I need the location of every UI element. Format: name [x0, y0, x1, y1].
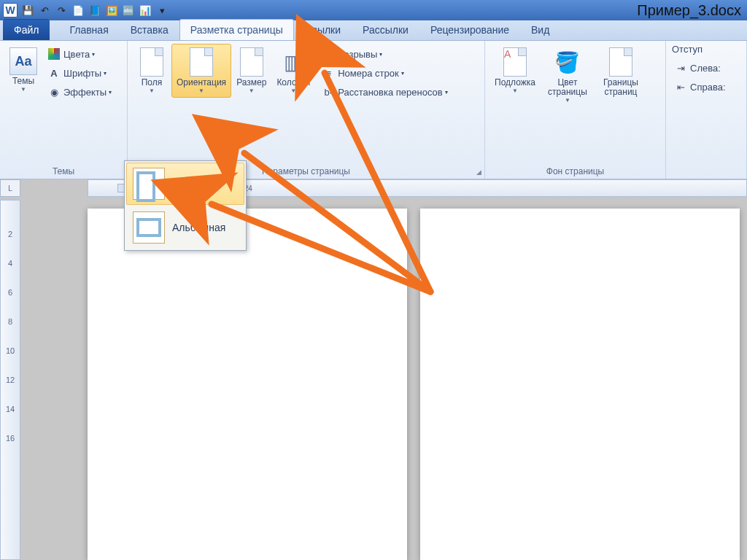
page-setup-dialog-launcher-icon[interactable]: ◢: [476, 168, 481, 176]
qat-icon-1[interactable]: 📄: [71, 3, 85, 18]
effects-icon: ◉: [47, 85, 61, 98]
orientation-button[interactable]: Ориентация ▼: [171, 44, 231, 98]
line-numbers-label: Номера строк: [338, 68, 398, 79]
group-themes: Aa Темы ▼ Цвета ▾ A Шрифты ▾ ◉ Эффекты: [0, 41, 128, 179]
save-icon[interactable]: 💾: [20, 3, 35, 18]
themes-button[interactable]: Aa Темы ▼: [4, 44, 42, 96]
tab-references[interactable]: Ссылки: [294, 19, 352, 40]
ruler-tick: 16: [6, 434, 15, 443]
tab-page-layout[interactable]: Разметка страницы: [179, 19, 294, 40]
ruler-tick: 14: [6, 405, 15, 413]
theme-fonts-label: Шрифты: [63, 68, 101, 79]
indent-right-button[interactable]: ⇤ Справа:: [670, 78, 729, 96]
chevron-down-icon: ▾: [379, 51, 382, 58]
theme-fonts-button[interactable]: A Шрифты ▾: [44, 64, 115, 82]
chevron-down-icon: ▼: [198, 88, 204, 94]
redo-icon[interactable]: ↷: [54, 3, 69, 18]
indent-right-icon: ⇤: [674, 80, 687, 93]
title-bar: W 💾 ↶ ↷ 📄 📘 🖼️ 🔤 📊 ▾ Пример_3.docx: [0, 0, 747, 20]
line-numbers-button[interactable]: ≡ Номера строк ▾: [318, 64, 452, 82]
portrait-icon: [133, 168, 165, 200]
vertical-ruler[interactable]: 2 4 6 8 10 12 14 16: [0, 200, 20, 560]
quick-access-toolbar: 💾 ↶ ↷ 📄 📘 🖼️ 🔤 📊 ▾: [20, 3, 169, 18]
ribbon: Aa Темы ▼ Цвета ▾ A Шрифты ▾ ◉ Эффекты: [0, 41, 747, 179]
breaks-icon: ⤶: [322, 47, 335, 61]
watermark-icon: A: [500, 47, 530, 77]
tab-insert[interactable]: Вставка: [120, 19, 179, 40]
page-2[interactable]: [420, 209, 740, 560]
word-logo-icon: W: [3, 3, 18, 18]
orientation-portrait-item[interactable]: Книжная: [126, 163, 244, 205]
breaks-label: Разрывы: [338, 49, 377, 60]
group-page-setup: Поля ▼ Ориентация ▼ Размер ▼ ▥ Колонки ▼…: [128, 41, 485, 179]
page-container: [88, 209, 740, 560]
qat-icon-3[interactable]: 🖼️: [104, 3, 119, 18]
theme-colors-button[interactable]: Цвета ▾: [44, 45, 115, 63]
undo-icon[interactable]: ↶: [37, 3, 52, 18]
chevron-down-icon: ▾: [401, 70, 404, 77]
tab-review[interactable]: Рецензирование: [419, 19, 520, 40]
qat-icon-5[interactable]: 📊: [138, 3, 152, 18]
group-indent: Отступ ⇥ Слева: ⇤ Справа:: [666, 41, 747, 179]
document-title: Пример_3.docx: [637, 2, 747, 19]
chevron-down-icon: ▾: [92, 51, 95, 58]
page-borders-icon: [606, 47, 635, 77]
group-indent-label: [670, 174, 742, 179]
chevron-down-icon: ▾: [104, 70, 107, 77]
page-color-button[interactable]: 🪣 Цвет страницы ▼: [541, 44, 595, 107]
size-button[interactable]: Размер ▼: [231, 44, 271, 98]
orientation-icon: [187, 47, 216, 77]
group-themes-label: Темы: [4, 164, 123, 179]
tab-view[interactable]: Вид: [520, 19, 560, 40]
indent-left-label: Слева:: [690, 63, 721, 74]
landscape-icon: [133, 211, 165, 244]
ruler-tick: 4: [8, 259, 12, 268]
chevron-down-icon: ▼: [249, 88, 255, 94]
tab-file[interactable]: Файл: [3, 19, 50, 40]
ruler-tick: 8: [8, 317, 12, 326]
landscape-label: Альбомная: [172, 222, 225, 233]
ruler-tick: 2: [8, 230, 12, 238]
margins-icon: [137, 47, 166, 77]
theme-colors-label: Цвета: [63, 49, 90, 60]
page-borders-button[interactable]: Границы страниц: [595, 44, 647, 101]
ruler-tick: 12: [6, 376, 15, 384]
chevron-down-icon: ▼: [149, 88, 155, 94]
orientation-landscape-item[interactable]: Альбомная: [126, 206, 244, 249]
hyphenation-label: Расстановка переносов: [338, 87, 443, 98]
margins-button[interactable]: Поля ▼: [132, 44, 171, 98]
chevron-down-icon: ▼: [20, 86, 26, 93]
theme-effects-label: Эффекты: [63, 87, 107, 98]
page-1[interactable]: [88, 209, 407, 560]
tab-mailings[interactable]: Рассылки: [352, 19, 419, 40]
indent-right-label: Справа:: [690, 82, 726, 93]
qat-dropdown-icon[interactable]: ▾: [155, 3, 169, 18]
orientation-dropdown: Книжная Альбомная: [124, 160, 247, 251]
tab-home[interactable]: Главная: [58, 19, 119, 40]
fonts-icon: A: [47, 66, 61, 79]
columns-icon: ▥: [279, 47, 308, 77]
columns-button[interactable]: ▥ Колонки ▼: [271, 44, 315, 98]
ruler-tick: 10: [6, 346, 15, 355]
themes-icon: Aa: [9, 47, 37, 75]
chevron-down-icon: ▾: [445, 89, 448, 96]
page-color-icon: 🪣: [553, 47, 582, 77]
theme-effects-button[interactable]: ◉ Эффекты ▾: [44, 83, 115, 101]
chevron-down-icon: ▾: [109, 89, 112, 96]
group-page-background-label: Фон страницы: [489, 164, 661, 179]
portrait-label: Книжная: [172, 178, 213, 190]
group-page-background: A Подложка ▼ 🪣 Цвет страницы ▼ Границы с…: [485, 41, 666, 179]
indent-left-button[interactable]: ⇥ Слева:: [670, 59, 729, 77]
qat-icon-2[interactable]: 📘: [88, 3, 102, 18]
indent-heading: Отступ: [670, 44, 729, 58]
ruler-corner[interactable]: L: [0, 179, 20, 197]
ruler-tick: 6: [8, 288, 12, 297]
watermark-button[interactable]: A Подложка ▼: [489, 44, 541, 98]
breaks-button[interactable]: ⤶ Разрывы ▾: [318, 45, 452, 63]
document-area: L 14 16 18 20 22 24 2 4 6 8 10 12 14 16: [0, 179, 747, 560]
indent-left-icon: ⇥: [674, 61, 687, 74]
qat-icon-4[interactable]: 🔤: [121, 3, 136, 18]
chevron-down-icon: ▼: [565, 97, 570, 104]
colors-icon: [47, 47, 61, 61]
hyphenation-button[interactable]: b- Расстановка переносов ▾: [318, 83, 452, 101]
